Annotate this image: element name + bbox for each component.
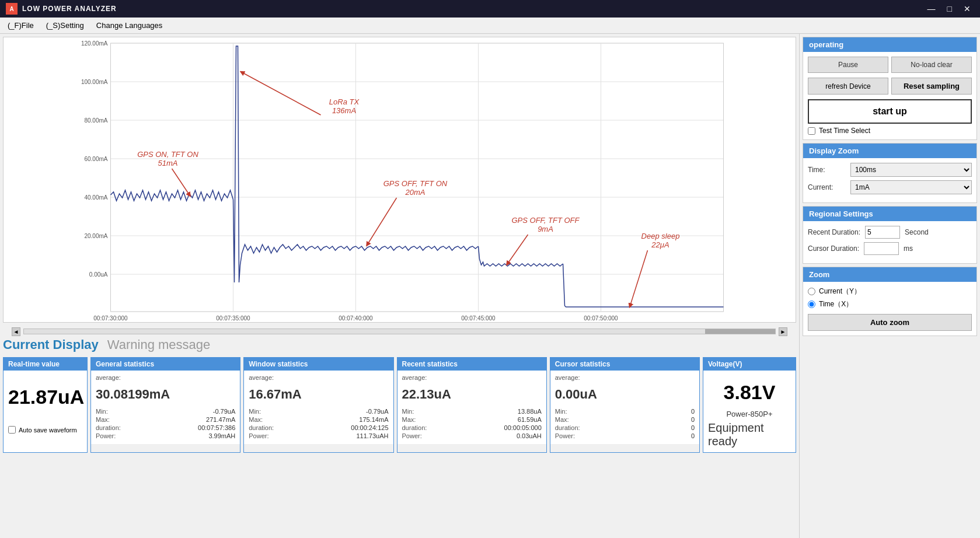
zoom-time-row: Time（X） (808, 299, 972, 309)
cursor-min-value: 0 (691, 408, 695, 415)
tab-warning-message[interactable]: Warning message (107, 337, 210, 352)
window-min-label: Min: (249, 408, 261, 415)
cursor-power-label: Power: (555, 432, 575, 439)
window-stats-card: Window statistics average: 16.67mA Min: … (243, 357, 393, 453)
time-select[interactable]: 100ms 10ms 50ms 200ms 500ms 1s (850, 163, 972, 177)
window-power-value: 111.73uAH (356, 432, 388, 439)
general-duration-row: duration: 00:07:57:386 (96, 424, 235, 431)
cursor-max-value: 0 (691, 416, 695, 423)
zoom-body: Current（Y） Time（X） Auto zoom (803, 282, 976, 336)
recent-min-value: 13.88uA (518, 408, 542, 415)
svg-text:GPS OFF, TFT OFF: GPS OFF, TFT OFF (511, 216, 580, 225)
recent-duration-label: duration: (402, 424, 427, 431)
waveform-chart: 120.00mA 100.00mA 80.00mA 60.00mA 40.00m… (4, 37, 796, 323)
menu-setting[interactable]: (_S)Setting (41, 19, 89, 32)
svg-text:136mA: 136mA (332, 106, 356, 115)
cursor-duration-row: Cursor Duration: ms (808, 242, 972, 255)
refresh-device-button[interactable]: refresh Device (808, 78, 888, 95)
menu-language[interactable]: Change Languages (92, 19, 168, 32)
recent-power-value: 0.03uAH (517, 432, 542, 439)
chart-container: 120.00mA 100.00mA 80.00mA 60.00mA 40.00m… (3, 37, 796, 323)
minimize-button[interactable]: — (924, 4, 939, 13)
scroll-thumb[interactable] (705, 329, 775, 334)
scroll-track[interactable] (23, 329, 776, 334)
recent-power-label: Power: (402, 432, 422, 439)
zoom-time-radio[interactable] (808, 301, 815, 308)
auto-zoom-button[interactable]: Auto zoom (808, 314, 972, 331)
cursor-duration-value: 0 (691, 424, 695, 431)
titlebar: A LOW POWER ANALYZER — □ ✕ (0, 0, 980, 18)
zoom-time-label: Time（X） (819, 299, 853, 309)
close-button[interactable]: ✕ (960, 4, 974, 13)
recent-power-row: Power: 0.03uAH (402, 432, 542, 439)
voltage-header: Voltage(V) (703, 358, 796, 371)
tab-current-display[interactable]: Current Display (3, 337, 99, 352)
zoom-radios: Current（Y） Time（X） (808, 287, 972, 309)
zoom-current-row: Current（Y） (808, 287, 972, 296)
zoom-current-label: Current（Y） (819, 287, 861, 296)
general-max-value: 271.47mA (206, 416, 235, 423)
window-max-label: Max: (249, 416, 263, 423)
window-stats-header: Window statistics (244, 358, 393, 371)
recent-duration-row: Recent Duration: Second (808, 226, 972, 239)
recent-max-label: Max: (402, 416, 416, 423)
startup-button[interactable]: start up (808, 99, 972, 124)
cursor-duration-input[interactable] (864, 242, 899, 255)
main-layout: 120.00mA 100.00mA 80.00mA 60.00mA 40.00m… (0, 34, 980, 538)
general-min-value: -0.79uA (213, 408, 236, 415)
window-power-row: Power: 111.73uAH (249, 432, 388, 439)
voltage-body: 3.81V Power-850P+ Equipment ready (703, 371, 796, 452)
general-stats-header: General statistics (91, 358, 240, 371)
svg-text:00:07:30:000: 00:07:30:000 (93, 315, 128, 322)
time-row: Time: 100ms 10ms 50ms 200ms 500ms 1s (808, 163, 972, 177)
svg-text:9mA: 9mA (538, 225, 553, 233)
window-controls[interactable]: — □ ✕ (924, 4, 974, 13)
titlebar-left: A LOW POWER ANALYZER (6, 3, 117, 15)
recent-duration-value: 00:00:05:000 (504, 424, 542, 431)
app-title: LOW POWER ANALYZER (22, 5, 117, 13)
reset-sampling-button[interactable]: Reset sampling (891, 78, 972, 95)
cursor-stats-body: average: 0.00uA Min: 0 Max: 0 duration: (550, 371, 699, 444)
regional-settings-header: Regional Settings (803, 207, 976, 221)
cursor-power-row: Power: 0 (555, 432, 695, 439)
svg-text:20.00mA: 20.00mA (84, 233, 107, 239)
scroll-right-arrow[interactable]: ► (779, 327, 787, 336)
zoom-current-radio[interactable] (808, 288, 815, 295)
recent-duration-unit: Second (905, 228, 929, 236)
recent-duration-input[interactable] (865, 226, 900, 239)
window-avg-label: average: (249, 374, 388, 381)
window-stats-body: average: 16.67mA Min: -0.79uA Max: 175.1… (244, 371, 393, 444)
window-min-row: Min: -0.79uA (249, 408, 388, 415)
auto-save-row: Auto save waveform (8, 426, 77, 434)
svg-text:60.00mA: 60.00mA (84, 156, 107, 162)
general-power-label: Power: (96, 432, 116, 439)
realtime-body: 21.87uA Auto save waveform (4, 371, 87, 452)
test-time-label: Test Time Select (819, 127, 870, 135)
svg-text:100.00mA: 100.00mA (81, 79, 108, 85)
cursor-avg-label: average: (555, 374, 695, 381)
svg-text:0.00uA: 0.00uA (89, 271, 108, 278)
scroll-left-arrow[interactable]: ◄ (12, 327, 20, 336)
app-logo: A (6, 3, 18, 15)
current-select[interactable]: 1mA 100uA 500uA 5mA 10mA 50mA 100mA (850, 180, 972, 194)
tabs-row: Current Display Warning message (3, 337, 796, 352)
operating-section: operating Pause No-load clear refresh De… (803, 37, 977, 140)
svg-text:00:07:35:000: 00:07:35:000 (216, 315, 250, 322)
test-time-checkbox[interactable] (808, 127, 815, 135)
menu-file[interactable]: (_F)File (3, 19, 39, 32)
noload-clear-button[interactable]: No-load clear (891, 57, 972, 73)
svg-text:51mA: 51mA (158, 159, 178, 167)
bottom-area: Current Display Warning message Real-tim… (0, 337, 799, 538)
maximize-button[interactable]: □ (944, 4, 955, 13)
time-label: Time: (808, 166, 846, 174)
general-power-row: Power: 3.99mAH (96, 432, 235, 439)
svg-text:22μA: 22μA (651, 240, 669, 249)
voltage-card: Voltage(V) 3.81V Power-850P+ Equipment r… (703, 357, 796, 453)
operating-header: operating (803, 37, 976, 52)
general-min-row: Min: -0.79uA (96, 408, 235, 415)
general-avg-label: average: (96, 374, 235, 381)
svg-text:GPS OFF, TFT ON: GPS OFF, TFT ON (383, 179, 448, 188)
auto-save-checkbox[interactable] (8, 426, 16, 434)
general-max-label: Max: (96, 416, 110, 423)
pause-button[interactable]: Pause (808, 57, 888, 73)
